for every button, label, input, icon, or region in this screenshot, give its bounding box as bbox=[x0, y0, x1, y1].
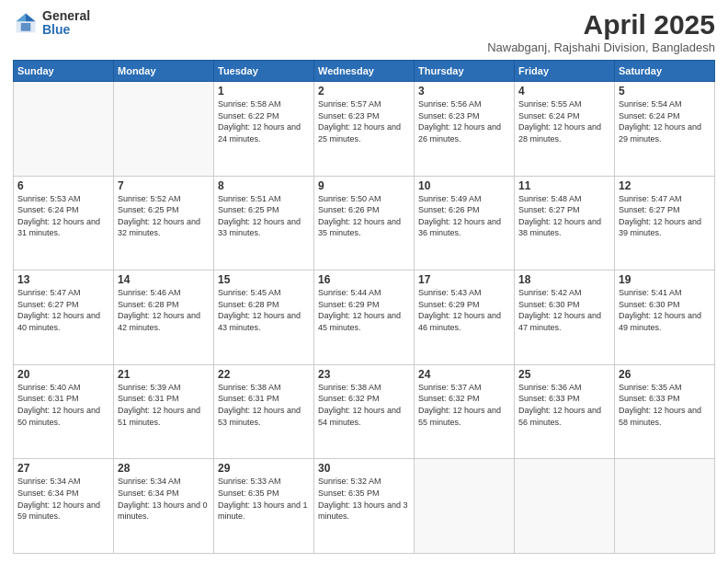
header-sunday: Sunday bbox=[14, 61, 114, 82]
header-wednesday: Wednesday bbox=[314, 61, 415, 82]
day-detail: Sunrise: 5:50 AMSunset: 6:26 PMDaylight:… bbox=[318, 193, 410, 239]
day-cell: 28Sunrise: 5:34 AMSunset: 6:34 PMDayligh… bbox=[114, 459, 214, 554]
day-cell: 4Sunrise: 5:55 AMSunset: 6:24 PMDaylight… bbox=[515, 82, 615, 177]
day-cell bbox=[615, 459, 715, 554]
week-row-2: 6Sunrise: 5:53 AMSunset: 6:24 PMDaylight… bbox=[14, 176, 715, 270]
day-detail: Sunrise: 5:41 AMSunset: 6:30 PMDaylight:… bbox=[619, 287, 711, 333]
day-detail: Sunrise: 5:35 AMSunset: 6:33 PMDaylight:… bbox=[619, 382, 711, 428]
day-number: 3 bbox=[418, 85, 510, 98]
day-cell: 26Sunrise: 5:35 AMSunset: 6:33 PMDayligh… bbox=[615, 364, 715, 459]
day-detail: Sunrise: 5:54 AMSunset: 6:24 PMDaylight:… bbox=[619, 98, 711, 144]
day-cell: 30Sunrise: 5:32 AMSunset: 6:35 PMDayligh… bbox=[314, 459, 415, 554]
week-row-5: 27Sunrise: 5:34 AMSunset: 6:34 PMDayligh… bbox=[14, 459, 715, 554]
header-monday: Monday bbox=[114, 61, 214, 82]
day-number: 15 bbox=[218, 273, 310, 286]
header-friday: Friday bbox=[515, 61, 615, 82]
day-detail: Sunrise: 5:42 AMSunset: 6:30 PMDaylight:… bbox=[518, 287, 610, 333]
logo-blue-text: Blue bbox=[42, 23, 90, 37]
day-cell: 13Sunrise: 5:47 AMSunset: 6:27 PMDayligh… bbox=[14, 270, 114, 365]
day-number: 19 bbox=[619, 273, 711, 286]
day-cell: 24Sunrise: 5:37 AMSunset: 6:32 PMDayligh… bbox=[415, 364, 515, 459]
day-number: 13 bbox=[17, 273, 109, 286]
day-cell: 10Sunrise: 5:49 AMSunset: 6:26 PMDayligh… bbox=[415, 176, 515, 270]
day-cell: 15Sunrise: 5:45 AMSunset: 6:28 PMDayligh… bbox=[214, 270, 314, 365]
day-number: 21 bbox=[118, 368, 210, 381]
day-cell: 6Sunrise: 5:53 AMSunset: 6:24 PMDaylight… bbox=[14, 176, 114, 270]
day-number: 1 bbox=[218, 85, 310, 98]
day-number: 28 bbox=[118, 462, 210, 475]
month-year-title: April 2025 bbox=[487, 9, 715, 40]
day-detail: Sunrise: 5:38 AMSunset: 6:32 PMDaylight:… bbox=[318, 382, 410, 428]
week-row-3: 13Sunrise: 5:47 AMSunset: 6:27 PMDayligh… bbox=[14, 270, 715, 365]
day-cell: 23Sunrise: 5:38 AMSunset: 6:32 PMDayligh… bbox=[314, 364, 415, 459]
day-number: 6 bbox=[17, 179, 109, 192]
day-detail: Sunrise: 5:39 AMSunset: 6:31 PMDaylight:… bbox=[118, 382, 210, 428]
day-cell bbox=[114, 82, 214, 177]
day-detail: Sunrise: 5:53 AMSunset: 6:24 PMDaylight:… bbox=[17, 193, 109, 239]
day-number: 30 bbox=[318, 462, 410, 475]
week-row-1: 1Sunrise: 5:58 AMSunset: 6:22 PMDaylight… bbox=[14, 82, 715, 177]
day-number: 27 bbox=[17, 462, 109, 475]
day-cell: 1Sunrise: 5:58 AMSunset: 6:22 PMDaylight… bbox=[214, 82, 314, 177]
day-cell: 3Sunrise: 5:56 AMSunset: 6:23 PMDaylight… bbox=[415, 82, 515, 177]
day-number: 23 bbox=[318, 368, 410, 381]
day-detail: Sunrise: 5:32 AMSunset: 6:35 PMDaylight:… bbox=[318, 476, 410, 522]
day-number: 4 bbox=[518, 85, 610, 98]
day-detail: Sunrise: 5:47 AMSunset: 6:27 PMDaylight:… bbox=[17, 287, 109, 333]
day-number: 14 bbox=[118, 273, 210, 286]
day-cell bbox=[415, 459, 515, 554]
day-number: 17 bbox=[418, 273, 510, 286]
day-number: 16 bbox=[318, 273, 410, 286]
day-number: 20 bbox=[17, 368, 109, 381]
calendar-page: General Blue April 2025 Nawabganj, Rajsh… bbox=[0, 0, 728, 563]
day-number: 10 bbox=[418, 179, 510, 192]
day-detail: Sunrise: 5:48 AMSunset: 6:27 PMDaylight:… bbox=[518, 193, 610, 239]
day-detail: Sunrise: 5:38 AMSunset: 6:31 PMDaylight:… bbox=[218, 382, 310, 428]
day-cell: 21Sunrise: 5:39 AMSunset: 6:31 PMDayligh… bbox=[114, 364, 214, 459]
day-detail: Sunrise: 5:45 AMSunset: 6:28 PMDaylight:… bbox=[218, 287, 310, 333]
day-detail: Sunrise: 5:58 AMSunset: 6:22 PMDaylight:… bbox=[218, 98, 310, 144]
day-cell: 18Sunrise: 5:42 AMSunset: 6:30 PMDayligh… bbox=[515, 270, 615, 365]
day-cell: 25Sunrise: 5:36 AMSunset: 6:33 PMDayligh… bbox=[515, 364, 615, 459]
svg-marker-2 bbox=[17, 14, 27, 22]
day-cell: 5Sunrise: 5:54 AMSunset: 6:24 PMDaylight… bbox=[615, 82, 715, 177]
day-cell: 2Sunrise: 5:57 AMSunset: 6:23 PMDaylight… bbox=[314, 82, 415, 177]
logo-text: General Blue bbox=[42, 9, 90, 38]
header-saturday: Saturday bbox=[615, 61, 715, 82]
day-cell: 29Sunrise: 5:33 AMSunset: 6:35 PMDayligh… bbox=[214, 459, 314, 554]
day-detail: Sunrise: 5:37 AMSunset: 6:32 PMDaylight:… bbox=[418, 382, 510, 428]
day-cell: 8Sunrise: 5:51 AMSunset: 6:25 PMDaylight… bbox=[214, 176, 314, 270]
day-cell: 27Sunrise: 5:34 AMSunset: 6:34 PMDayligh… bbox=[14, 459, 114, 554]
day-cell: 20Sunrise: 5:40 AMSunset: 6:31 PMDayligh… bbox=[14, 364, 114, 459]
day-number: 12 bbox=[619, 179, 711, 192]
day-detail: Sunrise: 5:36 AMSunset: 6:33 PMDaylight:… bbox=[518, 382, 610, 428]
day-number: 8 bbox=[218, 179, 310, 192]
day-cell bbox=[515, 459, 615, 554]
day-detail: Sunrise: 5:55 AMSunset: 6:24 PMDaylight:… bbox=[518, 98, 610, 144]
week-row-4: 20Sunrise: 5:40 AMSunset: 6:31 PMDayligh… bbox=[14, 364, 715, 459]
header-tuesday: Tuesday bbox=[214, 61, 314, 82]
header-thursday: Thursday bbox=[415, 61, 515, 82]
day-cell: 22Sunrise: 5:38 AMSunset: 6:31 PMDayligh… bbox=[214, 364, 314, 459]
logo-general-text: General bbox=[42, 9, 90, 23]
day-cell: 19Sunrise: 5:41 AMSunset: 6:30 PMDayligh… bbox=[615, 270, 715, 365]
day-detail: Sunrise: 5:40 AMSunset: 6:31 PMDaylight:… bbox=[17, 382, 109, 428]
day-number: 18 bbox=[518, 273, 610, 286]
day-detail: Sunrise: 5:57 AMSunset: 6:23 PMDaylight:… bbox=[318, 98, 410, 144]
day-number: 26 bbox=[619, 368, 711, 381]
day-number: 22 bbox=[218, 368, 310, 381]
logo: General Blue bbox=[13, 9, 90, 38]
day-number: 2 bbox=[318, 85, 410, 98]
day-cell: 17Sunrise: 5:43 AMSunset: 6:29 PMDayligh… bbox=[415, 270, 515, 365]
calendar-table: Sunday Monday Tuesday Wednesday Thursday… bbox=[13, 60, 715, 554]
day-number: 9 bbox=[318, 179, 410, 192]
day-cell: 14Sunrise: 5:46 AMSunset: 6:28 PMDayligh… bbox=[114, 270, 214, 365]
day-detail: Sunrise: 5:46 AMSunset: 6:28 PMDaylight:… bbox=[118, 287, 210, 333]
day-detail: Sunrise: 5:49 AMSunset: 6:26 PMDaylight:… bbox=[418, 193, 510, 239]
day-detail: Sunrise: 5:44 AMSunset: 6:29 PMDaylight:… bbox=[318, 287, 410, 333]
svg-marker-1 bbox=[26, 14, 36, 22]
day-cell: 11Sunrise: 5:48 AMSunset: 6:27 PMDayligh… bbox=[515, 176, 615, 270]
day-cell: 7Sunrise: 5:52 AMSunset: 6:25 PMDaylight… bbox=[114, 176, 214, 270]
day-cell: 12Sunrise: 5:47 AMSunset: 6:27 PMDayligh… bbox=[615, 176, 715, 270]
day-cell: 9Sunrise: 5:50 AMSunset: 6:26 PMDaylight… bbox=[314, 176, 415, 270]
